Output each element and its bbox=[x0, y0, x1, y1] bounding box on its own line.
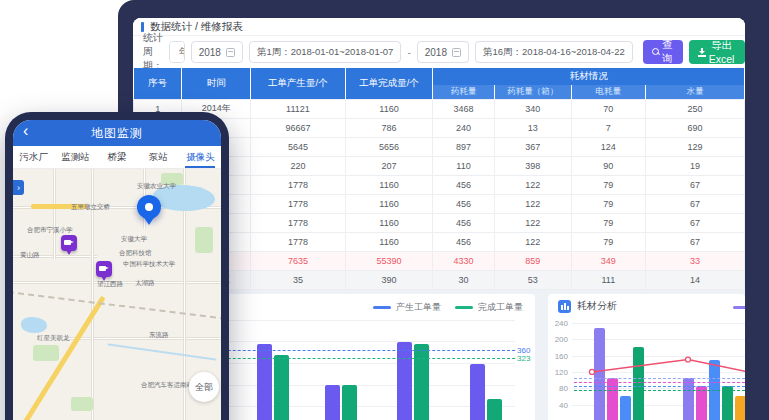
table-cell: 122 bbox=[494, 232, 571, 251]
bar bbox=[487, 399, 502, 420]
table-cell: 67 bbox=[645, 232, 744, 251]
phone-header: ‹ 地图监测 bbox=[13, 120, 221, 146]
table-cell: 1778 bbox=[251, 232, 346, 251]
table-cell: 1160 bbox=[345, 99, 433, 118]
map-lake bbox=[21, 317, 47, 333]
table-cell: 1160 bbox=[345, 194, 433, 213]
chart-legend: 产生工单量完成工单量 bbox=[373, 301, 523, 314]
map-park bbox=[195, 227, 213, 253]
legend-item[interactable]: 完成工单量 bbox=[455, 301, 523, 314]
table-cell: 14 bbox=[645, 270, 744, 289]
table-cell: 207 bbox=[345, 156, 433, 175]
bar bbox=[325, 385, 340, 420]
table-cell: 859 bbox=[494, 251, 571, 270]
end-year-select[interactable]: 2018 bbox=[417, 41, 469, 63]
camera-pin[interactable] bbox=[61, 235, 77, 251]
selected-camera-pin[interactable] bbox=[137, 195, 161, 219]
phone-tab-监测站[interactable]: 监测站 bbox=[55, 146, 97, 168]
table-cell: 11121 bbox=[251, 99, 346, 118]
legend-line bbox=[373, 306, 391, 309]
legend-item[interactable]: 产生工单量 bbox=[373, 301, 441, 314]
map-label: 安徽大学 bbox=[121, 235, 147, 244]
table-cell: 367 bbox=[494, 137, 571, 156]
map-label: 望江西路 bbox=[97, 280, 123, 289]
start-year-select[interactable]: 2018 bbox=[191, 41, 243, 63]
table-cell: 96667 bbox=[251, 118, 346, 137]
bar bbox=[257, 344, 272, 420]
table-cell: 67 bbox=[645, 213, 744, 232]
table-cell: 5645 bbox=[251, 137, 346, 156]
camera-icon bbox=[145, 203, 153, 211]
filter-bar: 统计周期： 年季月周日 2018 第1周：2018-01-01~2018-01-… bbox=[133, 37, 745, 67]
table-cell: 456 bbox=[433, 232, 494, 251]
table-cell: 5656 bbox=[345, 137, 433, 156]
bar bbox=[274, 355, 289, 420]
table-group-header: 耗材情况 bbox=[433, 68, 745, 85]
map-all-button[interactable]: 全部 bbox=[189, 372, 219, 402]
legend-label: 产生工单量 bbox=[396, 301, 441, 314]
map-expander-button[interactable]: › bbox=[13, 180, 24, 195]
table-header-cell: 工单产生量/个 bbox=[251, 68, 346, 99]
table-subheader-cell: 药耗量（箱） bbox=[494, 85, 571, 99]
consumables-chart-card: 耗材分析 2402001601208040 bbox=[548, 294, 745, 420]
table-cell: 67 bbox=[645, 175, 744, 194]
phone-tab-摄像头[interactable]: 摄像头 bbox=[179, 146, 221, 168]
map-label: 黄山路 bbox=[20, 251, 40, 260]
breadcrumb-accent-bar bbox=[141, 22, 144, 32]
table-header-cell: 工单完成量/个 bbox=[345, 68, 433, 99]
map-label: 安徽农业大学 bbox=[137, 182, 176, 191]
back-icon[interactable]: ‹ bbox=[23, 122, 28, 140]
table-cell: 122 bbox=[494, 194, 571, 213]
table-cell: 122 bbox=[494, 175, 571, 194]
phone-tab-bar: 污水厂监测站桥梁泵站摄像头 bbox=[13, 146, 221, 169]
period-segmented-control: 年季月周日 bbox=[169, 41, 185, 63]
table-cell: 4330 bbox=[433, 251, 494, 270]
period-option-年[interactable]: 年 bbox=[170, 42, 185, 62]
table-subheader-cell: 水量 bbox=[645, 85, 744, 99]
table-subheader-cell: 药耗量 bbox=[433, 85, 494, 99]
search-button[interactable]: 查询 bbox=[643, 40, 684, 64]
map-label: 五里墩立交桥 bbox=[71, 203, 110, 212]
table-cell: 1778 bbox=[251, 213, 346, 232]
camera-pin[interactable] bbox=[96, 261, 112, 277]
table-cell: 1160 bbox=[345, 213, 433, 232]
map-label: 中国科学技术大学 bbox=[123, 260, 175, 269]
table-cell: 456 bbox=[433, 175, 494, 194]
table-cell: 897 bbox=[433, 137, 494, 156]
map-label: 红星美凯龙 bbox=[37, 334, 70, 343]
table-cell: 690 bbox=[645, 118, 744, 137]
table-cell: 111 bbox=[571, 270, 645, 289]
calendar-icon bbox=[226, 48, 235, 57]
table-cell: 390 bbox=[345, 270, 433, 289]
table-cell: 53 bbox=[494, 270, 571, 289]
table-cell: 124 bbox=[571, 137, 645, 156]
table-cell: 7 bbox=[571, 118, 645, 137]
table-cell: 7635 bbox=[251, 251, 346, 270]
table-cell: 13 bbox=[494, 118, 571, 137]
map-park bbox=[33, 345, 59, 361]
breadcrumb: 数据统计 / 维修报表 bbox=[150, 20, 243, 34]
table-cell: 250 bbox=[645, 99, 744, 118]
reference-label: 323 bbox=[517, 354, 530, 363]
start-week-input[interactable]: 第1周：2018-01-01~2018-01-07 bbox=[249, 41, 402, 63]
map-park bbox=[71, 397, 93, 411]
period-label: 统计周期： bbox=[143, 31, 163, 73]
legend-line bbox=[455, 306, 473, 309]
table-cell: 35 bbox=[251, 270, 346, 289]
table-cell: 55390 bbox=[345, 251, 433, 270]
phone-tab-桥梁[interactable]: 桥梁 bbox=[96, 146, 138, 168]
table-cell: 19 bbox=[645, 156, 744, 175]
map-view[interactable]: › 安徽农业大学五里墩立交桥合肥市宁溪小学安徽大学黄山路合肥科技馆中国科学技术大… bbox=[13, 169, 221, 420]
export-excel-button[interactable]: 导出Excel bbox=[689, 40, 745, 64]
table-cell: 1160 bbox=[345, 175, 433, 194]
map-label: 东流路 bbox=[149, 331, 169, 340]
table-cell: 240 bbox=[433, 118, 494, 137]
phone-tab-污水厂[interactable]: 污水厂 bbox=[13, 146, 55, 168]
table-cell: 129 bbox=[645, 137, 744, 156]
search-icon bbox=[652, 48, 657, 56]
table-cell: 1778 bbox=[251, 194, 346, 213]
table-cell: 30 bbox=[433, 270, 494, 289]
table-cell: 456 bbox=[433, 194, 494, 213]
end-week-input[interactable]: 第16周：2018-04-16~2018-04-22 bbox=[475, 41, 633, 63]
phone-tab-泵站[interactable]: 泵站 bbox=[138, 146, 180, 168]
